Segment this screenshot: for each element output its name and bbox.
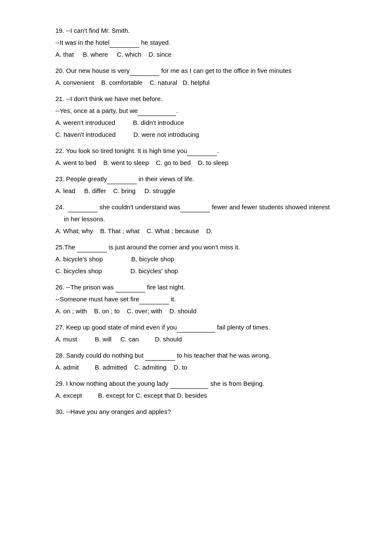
q26-line1: 26. --The prison was fire last night. bbox=[55, 282, 337, 292]
question-24: 24. she couldn't understand was fewer an… bbox=[55, 202, 337, 236]
q28-options: A. admit B. admitted C. admiting D. to bbox=[55, 362, 337, 373]
q19-blank1 bbox=[110, 41, 139, 48]
q26-blank1 bbox=[115, 286, 145, 292]
q28-line1: 28. Sandy could do nothing but to his te… bbox=[55, 350, 337, 361]
question-22: 22. You look so tired tonight. It is hig… bbox=[55, 146, 337, 168]
q27-line1: 27. Keep up good state of mind even if y… bbox=[55, 322, 337, 332]
q27-blank1 bbox=[177, 326, 215, 332]
question-27: 27. Keep up good state of mind even if y… bbox=[55, 322, 337, 344]
q21-blank1 bbox=[138, 110, 176, 116]
q19-options: A. that B. where C. which D. since bbox=[55, 49, 337, 60]
q23-line1: 23. People greatly in their views of lif… bbox=[55, 174, 337, 184]
question-29: 29. I know nothing about the young lady … bbox=[55, 379, 337, 401]
q22-blank1 bbox=[187, 150, 217, 156]
q29-blank1 bbox=[170, 382, 208, 389]
q23-blank1 bbox=[107, 178, 137, 184]
q26-blank2 bbox=[139, 298, 169, 304]
q21-options-a: A. weren't introduced B. didn't introduc… bbox=[55, 118, 337, 128]
question-28: 28. Sandy could do nothing but to his te… bbox=[55, 350, 337, 373]
q22-options: A. went to bed B. went to sleep C. go to… bbox=[55, 158, 337, 168]
q20-line1: 20. Our new house is very for me as I ca… bbox=[55, 66, 337, 76]
q28-blank1 bbox=[145, 354, 175, 361]
q21-line1: 21. --I don't think we have met before. bbox=[55, 94, 337, 104]
q20-options: A. convenient B. comfortable C. natural … bbox=[55, 78, 337, 88]
q25-options-b: C. bicycles shop D. bicycles' shop bbox=[55, 266, 337, 276]
q24-blank1 bbox=[68, 206, 98, 212]
q21-line2: --Yes, once at a party, but we. bbox=[55, 106, 337, 116]
q26-options: A. on ; with B. on ; to C. over; with D.… bbox=[55, 306, 337, 316]
q24-line2: in her lessons. bbox=[64, 214, 337, 224]
question-23: 23. People greatly in their views of lif… bbox=[55, 174, 337, 196]
question-20: 20. Our new house is very for me as I ca… bbox=[55, 66, 337, 88]
q24-line1: 24. she couldn't understand was fewer an… bbox=[55, 202, 337, 212]
q23-options: A. lead B. differ C. bring D. struggle bbox=[55, 186, 337, 196]
exam-content: 19. --I can't find Mr. Smith. --It was i… bbox=[55, 26, 337, 417]
q30-line1: 30. --Have you any oranges and apples? bbox=[55, 407, 337, 417]
q20-blank1 bbox=[130, 69, 159, 76]
question-19: 19. --I can't find Mr. Smith. --It was i… bbox=[55, 26, 337, 60]
q25-options-a: A. bicycle's shop B. bicycle shop bbox=[55, 254, 337, 264]
q29-line1: 29. I know nothing about the young lady … bbox=[55, 379, 337, 389]
question-26: 26. --The prison was fire last night. --… bbox=[55, 282, 337, 316]
q26-line2: --Someone must have set fire it. bbox=[55, 294, 337, 304]
q21-options-b: C. haven't introduced D. were not introd… bbox=[55, 130, 337, 140]
q19-line2: --It was in the hotel he stayed. bbox=[55, 38, 337, 48]
q19-line1: 19. --I can't find Mr. Smith. bbox=[55, 26, 337, 36]
q25-line1: 25.The is just around the corner and you… bbox=[55, 242, 337, 252]
question-21: 21. --I don't think we have met before. … bbox=[55, 94, 337, 140]
q22-line1: 22. You look so tired tonight. It is hig… bbox=[55, 146, 337, 156]
q27-options: A. must B. will C. can D. should bbox=[55, 334, 337, 344]
q24-options: A. What; why B. That ; what C. What ; be… bbox=[55, 226, 337, 236]
question-25: 25.The is just around the corner and you… bbox=[55, 242, 337, 276]
q25-blank1 bbox=[77, 246, 107, 252]
q24-blank2 bbox=[180, 206, 210, 212]
question-30: 30. --Have you any oranges and apples? bbox=[55, 407, 337, 417]
q29-options: A. except B. except for C. except that D… bbox=[55, 390, 337, 401]
